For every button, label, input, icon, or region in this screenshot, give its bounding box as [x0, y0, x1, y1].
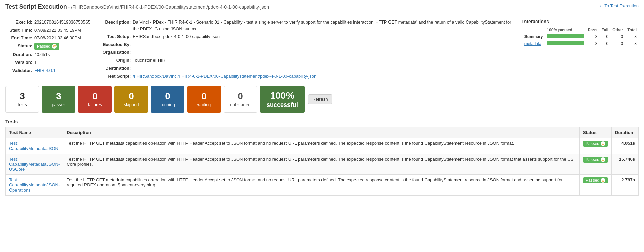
- title-subtitle: - /FHIRSandbox/DaVinci/FHIR4-0-1-PDEX/00…: [67, 4, 269, 10]
- exec-info-panel: Exec Id: 20210708164519836758565 Start T…: [5, 19, 90, 81]
- passes-number: 3: [56, 91, 61, 102]
- start-time-row: Start Time: 07/08/2021 03:45:19PM: [5, 27, 90, 34]
- skipped-number: 0: [129, 91, 134, 102]
- end-time-value: 07/08/2021 03:46:00PM: [34, 35, 81, 41]
- validator-link[interactable]: FHIR 4.0.1: [34, 68, 56, 73]
- col-status: Status: [579, 127, 611, 138]
- test-script-row: Test Script: /FHIRSandbox/DaVinci/FHIR4-…: [97, 73, 516, 80]
- interaction-fail: 0: [600, 40, 611, 47]
- interactions-body: Summary3003metadata3003: [522, 33, 639, 47]
- interaction-other: 0: [610, 40, 625, 47]
- status-row: Status: Passed w: [5, 43, 90, 50]
- interaction-pass: 3: [586, 33, 600, 40]
- test-status-cell: Passedw: [579, 138, 611, 154]
- table-row: Test: CapabilityMetadataJSON-USCoreTest …: [6, 154, 639, 175]
- col-fail: Fail: [600, 27, 611, 33]
- not-started-number: 0: [238, 91, 243, 102]
- interactions-row: Summary3003: [522, 33, 639, 40]
- organization-label: Organization:: [97, 49, 131, 56]
- interactions-panel: Interactions 100% passed Pass Fail Other…: [522, 19, 639, 81]
- stats-row: 3 tests 3 passes 0 failures 0 skipped 0 …: [5, 86, 639, 113]
- test-script-label: Test Script:: [97, 73, 131, 80]
- duration-value: 40.651s: [34, 51, 50, 58]
- back-to-execution-link[interactable]: ← To Test Execution: [599, 3, 639, 8]
- failures-number: 0: [92, 91, 98, 102]
- test-status-cell: Passedw: [579, 175, 611, 196]
- total-tests-box: 3 tests: [5, 86, 39, 113]
- refresh-button[interactable]: Refresh: [308, 94, 332, 104]
- progress-bar-container: [547, 41, 584, 45]
- test-description-cell: Test the HTTP GET metadata capabilities …: [63, 175, 580, 196]
- test-name-cell[interactable]: Test: CapabilityMetadataJSON: [6, 138, 63, 154]
- interaction-other: 0: [610, 33, 625, 40]
- validator-value: FHIR 4.0.1: [34, 67, 56, 74]
- waiting-number: 0: [201, 91, 207, 102]
- version-row: Version: 1: [5, 59, 90, 66]
- test-name-cell[interactable]: Test: CapabilityMetadataJSON-Operations: [6, 175, 63, 196]
- test-setup-value: FHIRSandbox--pdex-4-0-1-00-capability-js…: [133, 33, 220, 40]
- passes-box: 3 passes: [42, 86, 75, 113]
- tests-title: Tests: [5, 119, 639, 124]
- col-duration: Duration: [612, 127, 639, 138]
- tests-header-row: Test Name Description Status Duration: [6, 127, 639, 138]
- interaction-fail: 0: [600, 33, 611, 40]
- version-label: Version:: [5, 59, 32, 66]
- skipped-box: 0 skipped: [114, 86, 148, 113]
- test-name-link[interactable]: Test: CapabilityMetadataJSON-USCore: [9, 157, 60, 172]
- tests-section: Tests Test Name Description Status Durat…: [5, 119, 639, 196]
- failures-box: 0 failures: [78, 86, 112, 113]
- interaction-name-link[interactable]: metadata: [524, 41, 541, 46]
- col-pct: 100% passed: [545, 27, 586, 33]
- warning-icon: w: [601, 141, 605, 146]
- test-status-cell: Passedw: [579, 154, 611, 175]
- start-time-value: 07/08/2021 03:45:19PM: [34, 27, 81, 34]
- status-badge: Passed w: [34, 43, 59, 50]
- progress-bar-container: [547, 34, 584, 38]
- test-name-link[interactable]: Test: CapabilityMetadataJSON-Operations: [9, 177, 60, 193]
- status-badge: Passedw: [583, 157, 608, 163]
- status-badge-text: Passed: [37, 43, 50, 49]
- progress-bar-fill: [547, 34, 584, 38]
- destination-row: Destination:: [97, 65, 516, 72]
- validator-row: Validator: FHIR 4.0.1: [5, 67, 90, 74]
- origin-value: TouchstoneFHIR: [133, 57, 165, 64]
- success-label: successful: [267, 101, 298, 109]
- test-script-link[interactable]: /FHIRSandbox/DaVinci/FHIR4-0-1-PDEX/00-C…: [133, 74, 316, 79]
- success-text: 100% successful: [267, 90, 298, 109]
- description-value: Da Vinci - PDex - FHIR R4-0-1 - Scenario…: [133, 19, 516, 32]
- test-description-cell: Test the HTTP GET metadata capabilities …: [63, 138, 580, 154]
- exec-id-row: Exec Id: 20210708164519836758565: [5, 19, 90, 26]
- test-setup-row: Test Setup: FHIRSandbox--pdex-4-0-1-00-c…: [97, 33, 516, 40]
- organization-row: Organization:: [97, 49, 516, 56]
- interaction-name: Summary: [522, 33, 545, 40]
- success-container: 100% successful Refresh: [260, 86, 332, 113]
- success-pct: 100%: [267, 90, 298, 101]
- executed-by-label: Executed By:: [97, 41, 131, 48]
- test-script-value: /FHIRSandbox/DaVinci/FHIR4-0-1-PDEX/00-C…: [133, 73, 316, 80]
- table-row: Test: CapabilityMetadataJSONTest the HTT…: [6, 138, 639, 154]
- origin-row: Origin: TouchstoneFHIR: [97, 57, 516, 64]
- col-name: [522, 27, 545, 33]
- interactions-row: metadata3003: [522, 40, 639, 47]
- page-title: Test Script Execution - /FHIRSandbox/DaV…: [5, 3, 269, 10]
- skipped-label: skipped: [124, 102, 139, 107]
- exec-id-value: 20210708164519836758565: [34, 19, 90, 26]
- running-number: 0: [165, 91, 170, 102]
- page-header: Test Script Execution - /FHIRSandbox/DaV…: [5, 3, 639, 14]
- test-name-cell[interactable]: Test: CapabilityMetadataJSON-USCore: [6, 154, 63, 175]
- test-name-link[interactable]: Test: CapabilityMetadataJSON: [9, 141, 58, 151]
- col-description: Description: [63, 127, 580, 138]
- duration-label: Duration:: [5, 51, 32, 58]
- interactions-title: Interactions: [522, 19, 639, 24]
- success-box: 100% successful: [260, 86, 305, 113]
- destination-label: Destination:: [97, 65, 131, 72]
- description-row: Description: Da Vinci - PDex - FHIR R4-0…: [97, 19, 516, 32]
- status-label: Status:: [5, 43, 32, 49]
- waiting-label: waiting: [197, 102, 211, 107]
- interaction-progress: [545, 33, 586, 40]
- interaction-name[interactable]: metadata: [522, 40, 545, 47]
- back-link-label: To Test Execution: [604, 3, 639, 8]
- waiting-box: 0 waiting: [187, 86, 221, 113]
- title-main: Test Script Execution: [5, 3, 67, 10]
- version-value: 1: [34, 59, 37, 66]
